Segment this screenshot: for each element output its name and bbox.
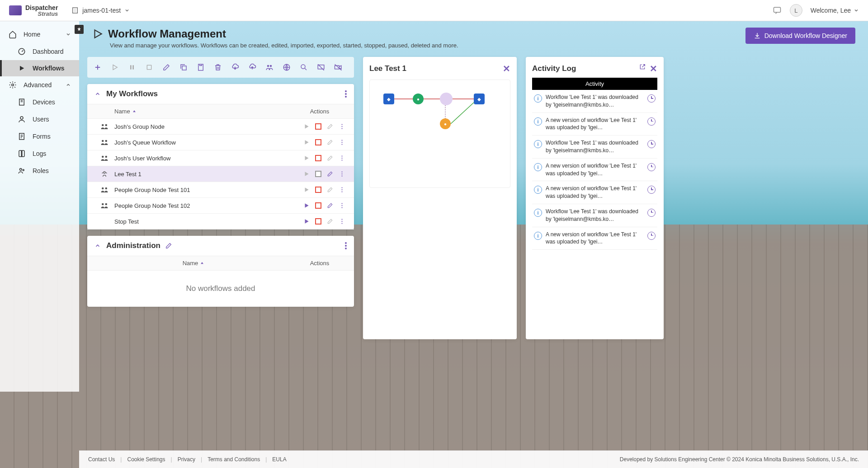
open-external-button[interactable] <box>639 63 646 74</box>
run-workflow-button[interactable] <box>302 185 311 195</box>
activity-log-item[interactable]: iWorkflow 'Lee Test 1' was downloaded by… <box>532 90 657 113</box>
nav-users[interactable]: Users <box>0 111 79 128</box>
tenant-selector[interactable]: james-01-test <box>71 7 130 14</box>
nav-dashboard[interactable]: Dashboard <box>0 43 79 60</box>
activity-log-item[interactable]: iWorkflow 'Lee Test 1' was downloaded by… <box>532 204 657 227</box>
cloud-download-button[interactable] <box>227 61 243 74</box>
user-menu[interactable]: Welcome, Lee <box>811 7 859 14</box>
workflow-row[interactable]: Josh's Group Node <box>87 119 354 135</box>
activity-log-item[interactable]: iWorkflow 'Lee Test 1' was downloaded by… <box>532 136 657 159</box>
pin-sidebar-button[interactable] <box>75 25 84 34</box>
run-workflow-button[interactable] <box>302 122 311 131</box>
workflow-canvas[interactable]: ◆ ● ◆ ● <box>369 80 510 188</box>
footer-cookie[interactable]: Cookie Settings <box>127 456 165 463</box>
row-menu-button[interactable] <box>337 122 347 131</box>
row-menu-button[interactable] <box>337 137 347 147</box>
nav-roles[interactable]: Roles <box>0 162 79 179</box>
edit-workflow-button[interactable] <box>325 153 335 163</box>
search-button[interactable] <box>296 61 311 74</box>
cloud-upload-button[interactable] <box>245 61 260 74</box>
row-menu-button[interactable] <box>337 216 347 226</box>
stop-workflow-button[interactable] <box>313 122 323 131</box>
run-workflow-button[interactable] <box>302 201 311 211</box>
workflow-node[interactable]: ◆ <box>383 94 394 104</box>
stop-workflow-button[interactable] <box>313 137 323 147</box>
pause-button[interactable] <box>124 61 140 74</box>
cut-button[interactable] <box>193 61 208 74</box>
stop-workflow-button[interactable] <box>313 169 323 179</box>
col-name-header[interactable]: Name <box>94 260 292 267</box>
stop-workflow-button[interactable] <box>313 185 323 195</box>
forms-icon <box>17 132 26 140</box>
run-workflow-button[interactable] <box>302 153 311 163</box>
workflow-node[interactable]: ● <box>440 118 451 129</box>
svg-point-41 <box>341 175 342 176</box>
edit-panel-button[interactable] <box>165 242 172 249</box>
nav-workflows[interactable]: Workflows <box>0 60 79 76</box>
edit-workflow-button[interactable] <box>325 137 335 147</box>
close-activity-button[interactable]: ✕ <box>650 63 657 74</box>
add-button[interactable] <box>90 61 105 74</box>
edit-workflow-button[interactable] <box>325 169 335 179</box>
logs-icon <box>17 150 26 158</box>
workflow-row[interactable]: Josh's Queue Workflow <box>87 135 354 150</box>
workflow-node[interactable]: ◆ <box>474 94 485 104</box>
edit-workflow-button[interactable] <box>325 185 335 195</box>
edit-workflow-button[interactable] <box>325 216 335 226</box>
edit-workflow-button[interactable] <box>325 201 335 211</box>
nav-advanced[interactable]: Advanced <box>0 76 79 94</box>
row-menu-button[interactable] <box>337 153 347 163</box>
stop-workflow-button[interactable] <box>313 216 323 226</box>
copy-button[interactable] <box>176 61 191 74</box>
workflow-node[interactable] <box>440 93 453 105</box>
share-button[interactable] <box>262 61 277 74</box>
activity-log-item[interactable]: iA new version of workflow 'Lee Test 1' … <box>532 159 657 182</box>
footer-terms[interactable]: Terms and Conditions <box>208 456 260 463</box>
collapse-toggle[interactable] <box>94 91 101 97</box>
brand-logo[interactable]: Dispatcher Stratus <box>9 5 58 17</box>
workflow-row[interactable]: Stop Test <box>87 214 354 229</box>
stop-workflow-button[interactable] <box>313 153 323 163</box>
workflow-row[interactable]: Josh's User Workflow <box>87 150 354 166</box>
panel-menu-button[interactable] <box>345 90 347 98</box>
footer-eula[interactable]: EULA <box>272 456 286 463</box>
panel-menu-button[interactable] <box>345 242 347 249</box>
globe-button[interactable] <box>279 61 294 74</box>
workflow-row[interactable]: People Group Node Test 102 <box>87 198 354 214</box>
nav-home[interactable]: Home <box>0 26 79 43</box>
nav-forms[interactable]: Forms <box>0 128 79 145</box>
collapse-toggle[interactable] <box>94 243 101 249</box>
activity-tab[interactable]: Activity <box>532 78 657 90</box>
nav-devices[interactable]: Devices <box>0 94 79 111</box>
clock-icon <box>647 140 656 148</box>
close-preview-button[interactable]: ✕ <box>503 63 510 74</box>
row-menu-button[interactable] <box>337 169 347 179</box>
activity-log-item[interactable]: iA new version of workflow 'Lee Test 1' … <box>532 227 657 250</box>
chat-icon[interactable] <box>773 6 782 15</box>
download-designer-button[interactable]: Download Workflow Designer <box>745 28 855 44</box>
edit-button[interactable] <box>159 61 174 74</box>
activity-log-item[interactable]: iA new version of workflow 'Lee Test 1' … <box>532 113 657 136</box>
nav-logs[interactable]: Logs <box>0 145 79 162</box>
stop-workflow-button[interactable] <box>313 201 323 211</box>
run-workflow-button[interactable] <box>302 169 311 179</box>
user-avatar[interactable]: L <box>790 4 802 17</box>
edit-workflow-button[interactable] <box>325 122 335 131</box>
workflow-node[interactable]: ● <box>413 94 424 104</box>
play-button[interactable] <box>107 61 123 74</box>
col-name-header[interactable]: Name <box>114 108 292 115</box>
run-workflow-button[interactable] <box>302 216 311 226</box>
activity-log-item[interactable]: iA new version of workflow 'Lee Test 1' … <box>532 181 657 204</box>
row-menu-button[interactable] <box>337 201 347 211</box>
disable-monitor-button[interactable] <box>313 61 329 74</box>
svg-point-35 <box>341 155 342 156</box>
workflow-row[interactable]: Lee Test 1 <box>87 166 354 182</box>
footer-privacy[interactable]: Privacy <box>178 456 195 463</box>
delete-button[interactable] <box>210 61 226 74</box>
disable-camera-button[interactable] <box>330 61 346 74</box>
workflow-row[interactable]: People Group Node Test 101 <box>87 182 354 198</box>
stop-button[interactable] <box>142 61 157 74</box>
row-menu-button[interactable] <box>337 185 347 195</box>
run-workflow-button[interactable] <box>302 137 311 147</box>
footer-contact[interactable]: Contact Us <box>88 456 115 463</box>
